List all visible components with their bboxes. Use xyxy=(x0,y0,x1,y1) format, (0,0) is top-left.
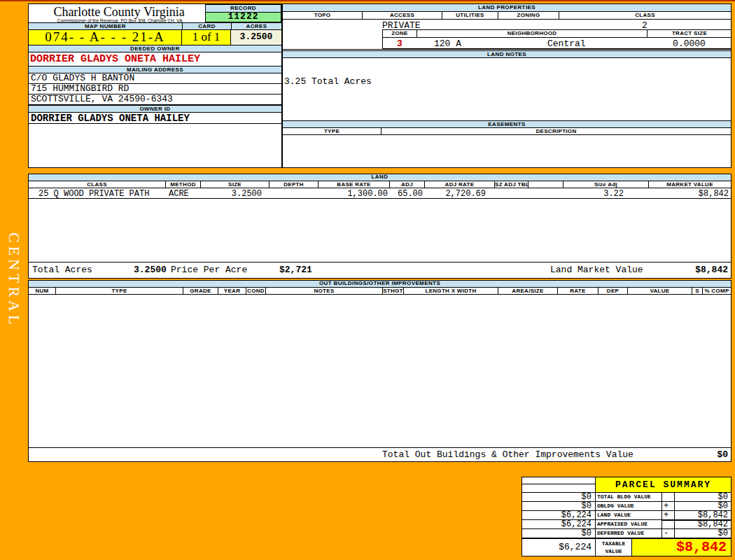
address-line-3: SCOTTSVILLE, VA 24590-6343 xyxy=(29,94,281,105)
out-buildings-total-row: Total Out Buildings & Other Improvements… xyxy=(29,447,731,461)
ob-col-length-width: LENGTH X WIDTH xyxy=(403,288,498,294)
summary-row-land: $6,224 LAND VALUE + $8,842 xyxy=(522,510,731,519)
value-obldg: $0 xyxy=(675,501,731,510)
land-market-value: $8,842 xyxy=(695,265,728,275)
summary-row-appraised: $6,224 APPRAISED VALUE $8,842 xyxy=(522,519,731,528)
land-col-adj-rate: ADJ RATE xyxy=(424,181,494,188)
land-row-divider xyxy=(29,198,731,199)
land-row-size: 3.2500 xyxy=(200,189,262,199)
ob-col-notes: NOTES xyxy=(265,288,382,294)
value-land: $8,842 xyxy=(675,510,731,519)
label-total-bldg: TOTAL BLDG VALUE xyxy=(596,492,662,501)
land-properties-title: LAND PROPERTIES xyxy=(283,4,731,12)
value-appraised: $8,842 xyxy=(675,519,731,528)
prior-taxable: $6,224 xyxy=(522,538,596,556)
label-deferred: DEFERRED VALUE xyxy=(596,528,662,538)
land-properties-divider xyxy=(283,49,731,50)
out-buildings-title: OUT BUILDINGS/OTHER IMPROVEMENTS xyxy=(29,281,731,288)
land-row-method: ACRE xyxy=(169,189,189,199)
owner-id-label: OWNER ID xyxy=(29,105,281,113)
op-land: + xyxy=(662,510,675,519)
deeded-owner-label: DEEDED OWNER xyxy=(29,45,281,52)
parcel-summary-header-row: PARCEL SUMMARY xyxy=(522,477,731,492)
prior-deferred: $0 xyxy=(522,528,596,538)
op-deferred: - xyxy=(662,528,675,538)
land-row-class: 25 Q WOOD PRIVATE PATH xyxy=(38,189,149,199)
summary-row-deferred: $0 DEFERRED VALUE - $0 xyxy=(522,528,731,538)
value-deferred: $0 xyxy=(675,528,731,538)
land-col-blank xyxy=(528,181,563,188)
property-record-card: { "colors": { "page_orange": "#FFA500", … xyxy=(0,0,735,560)
parcel-summary-blank-split xyxy=(522,477,595,484)
ob-col-value: VALUE xyxy=(627,288,692,294)
address-line-2: 715 HUMMINGBIRD RD xyxy=(29,84,281,94)
ob-col-rate: RATE xyxy=(557,288,598,294)
acres-value: 3.2500 xyxy=(231,30,281,45)
col-zoning: ZONING xyxy=(498,12,559,19)
parcel-summary-title: PARCEL SUMMARY xyxy=(596,477,731,492)
ob-col-pct-comp: % COMP xyxy=(702,288,731,294)
acres-label: ACRES xyxy=(231,22,281,30)
ob-col-s: S xyxy=(692,288,702,294)
land-col-size: SIZE xyxy=(200,181,269,188)
land-properties-panel: LAND PROPERTIES TOPO ACCESS UTILITIES ZO… xyxy=(282,4,732,168)
record-value: 11222 xyxy=(205,13,281,22)
ob-col-grade: GRADE xyxy=(183,288,218,294)
ob-col-area-size: AREA/SIZE xyxy=(498,288,557,294)
land-row-base-rate: 1,300.00 xyxy=(318,189,388,199)
value-taxable: $8,842 xyxy=(632,538,731,556)
summary-row-taxable: $6,224 TAXABLE VALUE $8,842 xyxy=(522,538,731,556)
land-col-method: METHOD xyxy=(165,181,200,188)
land-section: LAND CLASS METHOD SIZE DEPTH BASE RATE A… xyxy=(28,174,732,279)
value-total-bldg: $0 xyxy=(675,492,731,501)
land-col-base-rate: BASE RATE xyxy=(318,181,389,188)
op-obldg: + xyxy=(662,501,675,510)
op-appraised xyxy=(662,519,675,528)
col-utilities: UTILITIES xyxy=(442,12,498,19)
summary-row-obldg: $0 OBLDG VALUE + $0 xyxy=(522,501,731,510)
easement-description-label: DESCRIPTION xyxy=(381,128,731,134)
window-top-edge xyxy=(0,0,735,1)
ob-col-year: YEAR xyxy=(218,288,246,294)
land-row: 25 Q WOOD PRIVATE PATH ACRE 3.2500 1,300… xyxy=(29,188,731,198)
prior-obldg: $0 xyxy=(522,501,596,510)
deeded-owner-value: DORRIER GLADYS ONETA HAILEY xyxy=(30,53,200,65)
county-title: Charlotte County Virginia xyxy=(29,5,209,20)
land-row-size-adj: 3.22 xyxy=(563,189,624,199)
total-acres-value: 3.2500 xyxy=(134,265,167,275)
parcel-summary-blank-cell xyxy=(522,477,596,492)
owner-id-value: DORRIER GLADYS ONETA HAILEY xyxy=(29,113,281,124)
parcel-summary: PARCEL SUMMARY $0 TOTAL BLDG VALUE $0 $0… xyxy=(522,477,732,556)
prior-total-bldg: $0 xyxy=(522,492,596,501)
zone-label: ZONE xyxy=(383,30,416,37)
neighborhood-name: Central xyxy=(547,38,586,49)
ob-col-sthgt: STHGT xyxy=(382,288,403,294)
owner-panel: Charlotte County Virginia Commissioner o… xyxy=(28,4,282,168)
land-row-adj-rate: 2,720.69 xyxy=(424,189,486,199)
land-col-sz-adj-tbl: SZ ADJ TBL xyxy=(494,181,528,188)
summary-row-total-bldg: $0 TOTAL BLDG VALUE $0 xyxy=(522,492,731,501)
op-total-bldg xyxy=(662,492,675,501)
ob-col-num: NUM xyxy=(29,288,55,294)
ob-col-type: TYPE xyxy=(55,288,183,294)
land-notes-text: 3.25 Total Acres xyxy=(284,76,372,87)
land-row-adj: 65.00 xyxy=(389,189,423,199)
out-buildings-total-label: Total Out Buildings & Other Improvements… xyxy=(382,449,634,460)
neighborhood-label: NEIGHBORHOOD xyxy=(416,30,647,37)
zone-value: 3 xyxy=(383,38,416,49)
land-col-size-adj: Size Adj xyxy=(563,181,648,188)
zone-neighborhood-table: ZONE NEIGHBORHOOD TRACT SIZE 3 120 A Cen… xyxy=(382,29,731,49)
label-appraised: APPRAISED VALUE xyxy=(596,519,662,528)
out-buildings-total-value: $0 xyxy=(717,449,728,460)
district-vertical-label: CENTRAL xyxy=(5,232,23,328)
land-col-adj: ADJ xyxy=(389,181,424,188)
tract-size-value: 0.0000 xyxy=(647,38,732,49)
col-access: ACCESS xyxy=(362,12,442,19)
land-col-market-value: MARKET VALUE xyxy=(648,181,731,188)
neighborhood-code: 120 A xyxy=(434,38,461,49)
card-label: CARD xyxy=(182,22,231,30)
ob-col-cond: COND xyxy=(246,288,265,294)
map-number-value: 074- - A- - - 21-A xyxy=(29,30,182,45)
price-per-acre-label: Price Per Acre xyxy=(171,265,247,275)
label-taxable: TAXABLE VALUE xyxy=(596,538,632,556)
